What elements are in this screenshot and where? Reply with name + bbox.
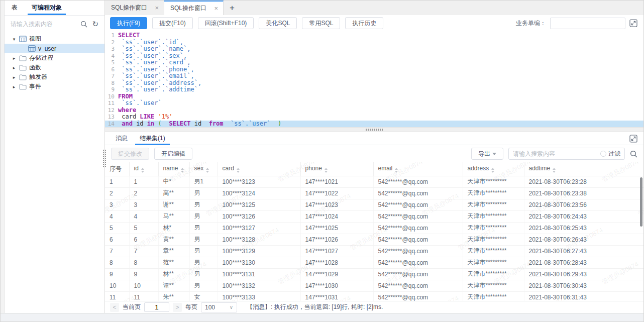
- sql-editor[interactable]: 1SELECT2 `ss`.`user`.`id`,3 `ss`.`user`.…: [105, 31, 643, 127]
- table-row[interactable]: 99林**男100****3131147****1029542******@qq…: [105, 268, 643, 280]
- chevron-down-icon: [492, 153, 496, 155]
- refresh-icon[interactable]: ↻: [92, 20, 98, 28]
- current-page-input[interactable]: [144, 302, 169, 312]
- table-row[interactable]: 88范**男100****3130147****1028542******@qq…: [105, 257, 643, 268]
- tree-item-0[interactable]: ▾视图: [5, 34, 104, 44]
- column-header-card[interactable]: card: [218, 162, 300, 176]
- table-cell: 男: [189, 245, 218, 257]
- splitter-grip[interactable]: [365, 129, 383, 131]
- table-row[interactable]: 44马**男100****3126147****1024542******@qq…: [105, 210, 643, 222]
- execute-button[interactable]: 执行(F9): [110, 17, 147, 29]
- line-number: 3: [105, 46, 118, 53]
- tree-item-2[interactable]: ▸存储过程: [5, 53, 104, 63]
- table-cell: 范**: [158, 257, 189, 268]
- business-order-label: 业务单编：: [516, 19, 546, 28]
- view-icon: [19, 36, 27, 42]
- result-search-icon[interactable]: [630, 150, 637, 158]
- table-cell: 天津市*********: [463, 257, 524, 268]
- results-expand-icon[interactable]: [629, 135, 637, 143]
- submit-changes-button[interactable]: 提交修改: [111, 148, 149, 160]
- sql-toolbar: 执行(F9)提交(F10)回滚(Shift+F10)美化SQL常用SQL执行历史…: [105, 15, 643, 31]
- commit-button[interactable]: 提交(F10): [152, 17, 193, 29]
- caret-down-icon[interactable]: ▾: [12, 37, 17, 42]
- tree-item-5[interactable]: ▸事件: [5, 82, 104, 91]
- vertical-scrollbar[interactable]: [640, 177, 642, 227]
- table-cell: 林*: [158, 222, 189, 234]
- table-cell: 542******@qq.com: [373, 245, 463, 257]
- caret-right-icon[interactable]: ▸: [12, 75, 17, 80]
- column-header-email[interactable]: email: [373, 162, 463, 176]
- table-cell: 100****3123: [218, 176, 300, 187]
- column-header-address[interactable]: address: [463, 162, 524, 176]
- line-number: 7: [105, 73, 118, 80]
- table-cell: 147****1028: [300, 257, 373, 268]
- prev-page-button[interactable]: <: [110, 303, 119, 312]
- new-tab-button[interactable]: +: [224, 1, 241, 15]
- sidebar-tab-tables[interactable]: 表: [5, 1, 25, 15]
- editor-line-9: 9 `ss`.`user`.`addtime`: [105, 86, 643, 93]
- table-row[interactable]: 1010谭**男100****3132147****1030542******@…: [105, 280, 643, 291]
- tree-item-4[interactable]: ▸触发器: [5, 72, 104, 82]
- table-cell: 542******@qq.com: [373, 291, 463, 301]
- table-row[interactable]: 1111朱**女100****3133147****1031542******@…: [105, 291, 643, 301]
- editor-line-12: 12where: [105, 107, 643, 114]
- common-sql-button[interactable]: 常用SQL: [302, 17, 340, 29]
- page-size-select[interactable]: 100 ∨: [201, 302, 237, 312]
- messages-tab[interactable]: 消息: [111, 132, 132, 145]
- tree-item-3[interactable]: ▸函数: [5, 63, 104, 72]
- table-cell: 6: [129, 234, 158, 245]
- column-header-name[interactable]: name: [158, 162, 189, 176]
- sql-window-tab-1[interactable]: SQL操作窗口 ×: [105, 1, 164, 15]
- column-header-addtime[interactable]: addtime: [524, 162, 643, 176]
- rollback-button[interactable]: 回滚(Shift+F10): [198, 17, 254, 29]
- sql-window-tab-2[interactable]: SQL操作窗口 ×: [164, 1, 224, 15]
- line-code: `ss`.`user`.`phone`,: [118, 66, 194, 73]
- horizontal-splitter[interactable]: [105, 127, 643, 132]
- table-cell: 100****3129: [218, 245, 300, 257]
- chevron-down-icon: ∨: [230, 304, 233, 310]
- caret-right-icon[interactable]: ▸: [12, 65, 17, 70]
- filter-toggle[interactable]: 过滤: [600, 150, 620, 158]
- table-row[interactable]: 55林*男100****3127147****1025542******@qq.…: [105, 222, 643, 234]
- table-row[interactable]: 11中*男1100****3123147****1021542******@qq…: [105, 176, 643, 187]
- resultset-tab[interactable]: 结果集(1): [135, 132, 170, 145]
- close-icon[interactable]: ×: [213, 5, 219, 12]
- column-header-phone[interactable]: phone: [300, 162, 373, 176]
- expand-icon[interactable]: [629, 19, 637, 27]
- table-cell: 5: [129, 222, 158, 234]
- tree-item-label: 函数: [29, 63, 41, 72]
- table-cell: 542******@qq.com: [373, 257, 463, 268]
- table-cell: 2021-08-30T06:23:56: [524, 199, 643, 210]
- sidebar-splitter-grip[interactable]: [102, 149, 106, 167]
- bottom-strip: [1, 313, 643, 321]
- enable-edit-button[interactable]: 开启编辑: [154, 148, 192, 160]
- close-icon[interactable]: ×: [154, 4, 160, 12]
- sort-icon: [325, 168, 328, 173]
- table-cell: 147****1026: [300, 234, 373, 245]
- tree-item-v-user[interactable]: v_user: [5, 44, 104, 53]
- line-code: where: [118, 107, 136, 114]
- table-row[interactable]: 77章**男100****3129147****1027542******@qq…: [105, 245, 643, 257]
- table-cell: 天津市*********: [463, 222, 524, 234]
- table-row[interactable]: 33谢**男100****3125147****1023542******@qq…: [105, 199, 643, 210]
- filter-radio[interactable]: [600, 151, 606, 157]
- column-header-sex[interactable]: sex: [189, 162, 218, 176]
- sidebar-search-input[interactable]: [11, 21, 76, 28]
- table-cell: 3: [129, 199, 158, 210]
- column-header-id[interactable]: id: [129, 162, 158, 176]
- caret-right-icon[interactable]: ▸: [12, 84, 17, 89]
- line-number: 9: [105, 86, 118, 93]
- sidebar-tab-programmable-objects[interactable]: 可编程对象: [25, 1, 69, 15]
- result-search-input[interactable]: [513, 150, 600, 157]
- table-row[interactable]: 66黄**男100****3128147****1026542******@qq…: [105, 234, 643, 245]
- table-row[interactable]: 22高**男100****3124147****1022542******@qq…: [105, 187, 643, 199]
- business-order-input[interactable]: [550, 18, 625, 29]
- next-page-button[interactable]: >: [173, 303, 182, 312]
- execution-history-button[interactable]: 执行历史: [345, 17, 383, 29]
- search-icon[interactable]: [80, 21, 87, 28]
- export-button[interactable]: 导出: [471, 148, 503, 160]
- table-cell: 10: [105, 280, 129, 291]
- beautify-sql-button[interactable]: 美化SQL: [259, 17, 297, 29]
- caret-right-icon[interactable]: ▸: [12, 56, 17, 61]
- table-cell: 100****3133: [218, 291, 300, 301]
